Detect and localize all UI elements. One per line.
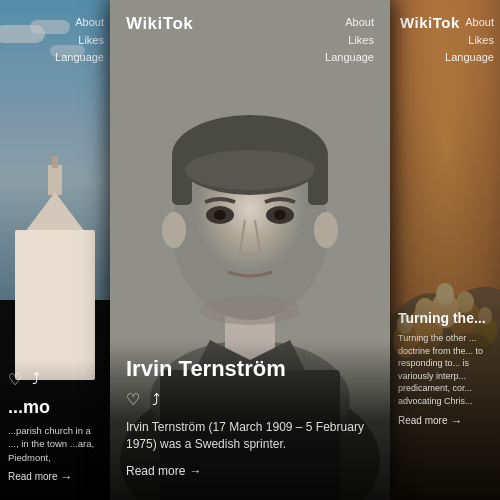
svg-rect-6 (172, 155, 192, 205)
center-card-title: Irvin Ternström (126, 356, 374, 382)
svg-point-8 (185, 150, 315, 190)
svg-point-14 (314, 212, 338, 248)
center-card-desc: Irvin Ternström (17 March 1909 – 5 Febru… (126, 419, 374, 454)
left-arrow-icon: → (60, 470, 72, 484)
center-nav-about[interactable]: About (325, 14, 374, 32)
left-share-icon[interactable]: ⤴ (32, 370, 40, 389)
left-nav-about[interactable]: About (55, 14, 104, 32)
left-card-actions: ♡ ⤴ (8, 370, 102, 389)
app-container: About Likes Language ♡ ⤴ ...mo ...parish… (0, 0, 500, 500)
card-left[interactable]: About Likes Language ♡ ⤴ ...mo ...parish… (0, 0, 110, 500)
church-illustration (5, 180, 105, 380)
center-heart-icon[interactable]: ♡ (126, 390, 140, 409)
right-read-more[interactable]: Read more → (398, 414, 492, 428)
left-nav-menu: About Likes Language (55, 14, 104, 67)
right-nav-about[interactable]: About (445, 14, 494, 32)
card-center[interactable]: WikiTok About Likes Language Irvin Terns… (110, 0, 390, 500)
left-nav-likes[interactable]: Likes (55, 32, 104, 50)
svg-rect-7 (308, 155, 328, 205)
right-card-desc: Turning the other ... doctrine from the.… (398, 332, 492, 408)
right-arrow-icon: → (450, 414, 462, 428)
svg-point-15 (200, 295, 300, 325)
center-nav-language[interactable]: Language (325, 49, 374, 67)
center-arrow-icon: → (189, 464, 201, 478)
center-read-more[interactable]: Read more → (126, 464, 374, 478)
left-card-title: ...mo (8, 397, 102, 418)
center-card-actions: ♡ ⤴ (126, 390, 374, 409)
center-nav-menu: About Likes Language (325, 14, 374, 67)
right-card-content: Turning the... Turning the other ... doc… (390, 300, 500, 500)
center-share-icon[interactable]: ⤴ (152, 391, 160, 409)
center-wikitok-logo: WikiTok (126, 14, 193, 34)
left-card-desc: ...parish church in a ..., in the town .… (8, 424, 102, 464)
left-card-content: ♡ ⤴ ...mo ...parish church in a ..., in … (0, 360, 110, 500)
right-nav-language[interactable]: Language (445, 49, 494, 67)
left-heart-icon[interactable]: ♡ (8, 370, 22, 389)
right-nav-menu: About Likes Language (445, 14, 494, 67)
left-nav-language[interactable]: Language (55, 49, 104, 67)
right-nav-likes[interactable]: Likes (445, 32, 494, 50)
card-right[interactable]: WikiTok About Likes Language Turning the… (390, 0, 500, 500)
left-read-more[interactable]: Read more → (8, 470, 102, 484)
svg-point-13 (162, 212, 186, 248)
svg-point-12 (274, 210, 286, 220)
svg-point-11 (214, 210, 226, 220)
right-card-title: Turning the... (398, 310, 492, 326)
center-nav-likes[interactable]: Likes (325, 32, 374, 50)
center-header: WikiTok About Likes Language (110, 0, 390, 81)
center-card-content: Irvin Ternström ♡ ⤴ Irvin Ternström (17 … (110, 340, 390, 500)
